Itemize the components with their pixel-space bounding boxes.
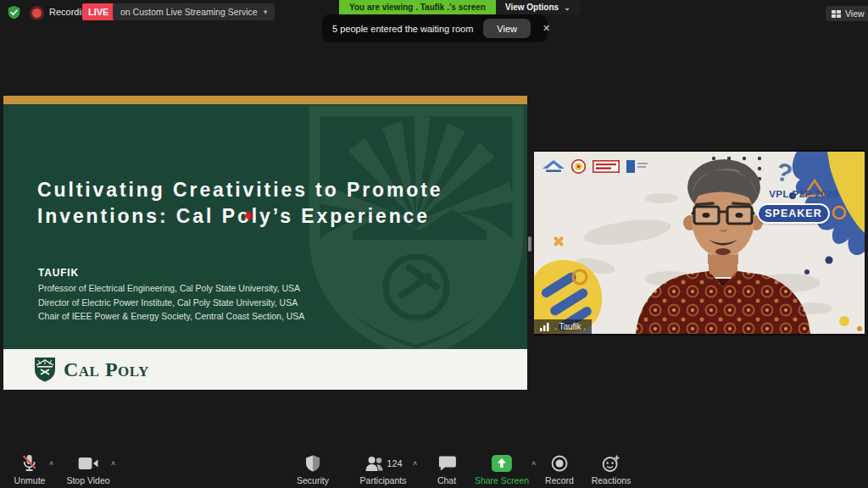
audio-options-caret[interactable]: ˄ [49,459,53,468]
speaker-role-badge: SPEAKER [757,203,830,224]
chevron-down-icon: ⌄ [564,3,570,12]
zoom-meeting-window: Recording LIVE on Custom Live Streaming … [0,0,868,488]
caret-down-icon: ▾ [264,8,268,16]
speaker-line: Professor of Electrical Engineering, Cal… [38,281,304,296]
cal-poly-wordmark: Cal Poly [64,358,149,381]
share-screen-button[interactable]: Share Screen [475,454,529,485]
event-label: VPL P2P 2020 [757,189,850,199]
waiting-room-view-button[interactable]: View [483,19,531,38]
record-button[interactable]: Record [545,454,574,485]
signal-strength-icon [540,322,550,331]
speaker-credentials: Professor of Electrical Engineering, Cal… [38,281,304,324]
security-shield-icon [305,454,320,473]
reactions-button[interactable]: Reactions [592,454,632,485]
participants-count: 124 [387,458,402,469]
cal-poly-crest-watermark [302,104,527,358]
participant-name: . Taufik . [554,322,586,331]
cal-poly-shield-logo [34,357,56,382]
laser-pointer-dot [246,213,252,219]
participants-options-caret[interactable]: ˄ [413,459,417,468]
record-label: Record [545,475,574,485]
view-options-dropdown[interactable]: View Options ⌄ [496,0,580,14]
view-options-label: View Options [505,3,559,12]
share-screen-icon [492,454,512,473]
slide-gold-bar [3,96,527,104]
slide-title-line2: Inventions: Cal Poly’s Experience [37,203,512,230]
seal-logo-red-yellow [571,159,586,174]
security-button[interactable]: Security [297,454,329,485]
streaming-service-label: on Custom Live Streaming Service [120,7,258,17]
banner-logo-red [593,160,620,173]
view-button-label: View [845,8,865,19]
chat-button[interactable]: Chat [437,454,456,485]
screen-share-banner: You are viewing . Taufik .'s screen View… [339,0,580,14]
stop-video-label: Stop Video [66,475,109,485]
security-label: Security [297,475,329,485]
slide-footer: Cal Poly [3,349,527,390]
viewing-banner-text: You are viewing . Taufik .'s screen [339,0,496,14]
meeting-toolbar: Unmute ˄ Stop Video ˄ Security [0,449,868,488]
association-logo-blue [542,160,565,174]
waiting-room-message: 5 people entered the waiting room [332,24,473,34]
share-screen-label: Share Screen [475,475,529,485]
chat-bubble-icon [438,454,456,473]
streaming-service-dropdown[interactable]: on Custom Live Streaming Service ▾ [113,3,275,20]
share-options-caret[interactable]: ˄ [531,459,536,468]
speaker-line: Director of Electric Power Institute, Ca… [38,296,304,310]
waiting-room-notification: 5 people entered the waiting room View ✕ [322,14,548,42]
unmute-button[interactable]: Unmute [14,454,46,485]
video-options-caret[interactable]: ˄ [111,459,115,468]
live-badge: LIVE [82,3,114,20]
shared-screen-slide: Cultivating Creativities to Promote Inve… [3,96,527,390]
grid-view-icon [832,10,841,18]
close-icon[interactable]: ✕ [541,21,552,36]
recording-dot-icon [32,8,42,18]
participant-name-tag: . Taufik . [534,319,592,334]
speaker-video-tile[interactable]: ? VPL P2P 2020 SPEAKER [534,150,865,336]
participants-icon [364,455,384,472]
stop-video-button[interactable]: Stop Video [66,454,109,485]
reactions-icon [602,454,620,473]
unmute-label: Unmute [14,475,46,485]
camera-icon [78,454,98,473]
participants-button[interactable]: 124 Participants [360,454,407,485]
slide-title-line1: Cultivating Creativities to Promote [37,177,512,203]
institution-logo-blue [626,160,648,174]
chat-label: Chat [437,475,456,485]
event-partner-logos [542,159,648,174]
video-frame-graphic [534,152,865,334]
speaker-name: TAUFIK [38,267,79,279]
shield-check-icon [7,5,21,19]
mic-muted-icon [21,454,38,473]
record-icon [551,454,568,473]
speaker-line: Chair of IEEE Power & Energy Society, Ce… [38,309,304,324]
view-layout-button[interactable]: View [826,6,868,21]
slide-title: Cultivating Creativities to Promote Inve… [37,177,512,230]
panel-resize-handle[interactable] [528,236,531,252]
participants-label: Participants [360,475,407,485]
reactions-label: Reactions [592,475,632,485]
